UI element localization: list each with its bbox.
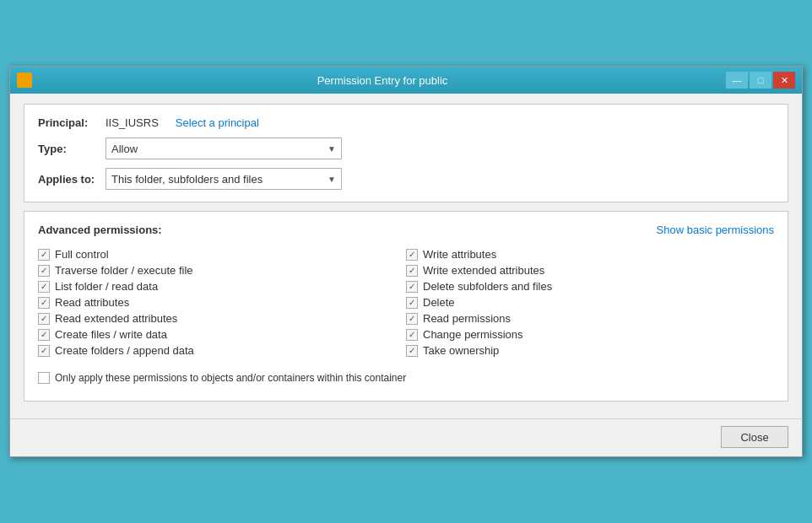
perm-item-read-ext-attrs: Read extended attributes xyxy=(38,310,406,326)
permissions-header: Advanced permissions: Show basic permiss… xyxy=(38,224,774,236)
perm-label-read-ext-attrs: Read extended attributes xyxy=(55,312,177,325)
perm-checkbox-take-ownership[interactable] xyxy=(406,345,418,357)
perm-label-list-folder: List folder / read data xyxy=(55,280,158,293)
perm-checkbox-list-folder[interactable] xyxy=(38,281,50,293)
perm-item-full-control: Full control xyxy=(38,246,406,262)
permissions-section: Advanced permissions: Show basic permiss… xyxy=(24,211,788,402)
perm-checkbox-read-attrs[interactable] xyxy=(38,297,50,309)
applies-to-row: Applies to: This folder, subfolders and … xyxy=(38,168,774,190)
perm-label-change-perms: Change permissions xyxy=(423,328,523,341)
perm-label-full-control: Full control xyxy=(55,248,109,261)
perm-checkbox-traverse[interactable] xyxy=(38,265,50,277)
applies-to-dropdown-arrow: ▼ xyxy=(328,175,336,184)
select-principal-link[interactable]: Select a principal xyxy=(176,116,259,129)
perm-checkbox-read-perms[interactable] xyxy=(406,313,418,325)
perm-checkbox-write-attrs[interactable] xyxy=(406,249,418,261)
perm-label-read-attrs: Read attributes xyxy=(55,296,129,309)
applies-to-label: Applies to: xyxy=(38,173,106,186)
main-window: Permission Entry for public — □ ✕ Princi… xyxy=(9,66,803,457)
app-icon xyxy=(17,73,32,88)
type-row: Type: Allow ▼ xyxy=(38,137,774,159)
perm-item-delete-subfolders: Delete subfolders and files xyxy=(406,278,774,294)
perm-label-delete-subfolders: Delete subfolders and files xyxy=(423,280,552,293)
applies-to-dropdown-value: This folder, subfolders and files xyxy=(111,173,263,186)
principal-row: Principal: IIS_IUSRS Select a principal xyxy=(38,116,774,129)
perm-item-read-perms: Read permissions xyxy=(406,310,774,326)
minimize-button[interactable]: — xyxy=(726,72,748,89)
maximize-button[interactable]: □ xyxy=(750,72,771,89)
perm-checkbox-full-control[interactable] xyxy=(38,249,50,261)
window-body: Principal: IIS_IUSRS Select a principal … xyxy=(10,94,802,418)
perm-checkbox-create-files[interactable] xyxy=(38,329,50,341)
perm-item-create-folders: Create folders / append data xyxy=(38,342,406,359)
perm-item-write-attrs: Write attributes xyxy=(406,246,774,262)
perm-item-write-ext-attrs: Write extended attributes xyxy=(406,262,774,278)
bottom-bar: Close xyxy=(10,418,802,456)
type-dropdown-arrow: ▼ xyxy=(328,144,336,154)
perm-label-create-files: Create files / write data xyxy=(55,328,167,341)
perm-label-write-attrs: Write attributes xyxy=(423,248,496,261)
perm-item-take-ownership: Take ownership xyxy=(406,342,774,359)
perm-checkbox-change-perms[interactable] xyxy=(406,329,418,341)
perm-checkbox-delete-subfolders[interactable] xyxy=(406,281,418,293)
perm-item-list-folder: List folder / read data xyxy=(38,278,406,294)
applies-to-dropdown[interactable]: This folder, subfolders and files ▼ xyxy=(106,168,342,190)
window-title: Permission Entry for public xyxy=(39,74,726,87)
show-basic-link[interactable]: Show basic permissions xyxy=(657,224,774,236)
perm-label-write-ext-attrs: Write extended attributes xyxy=(423,264,544,277)
only-apply-label: Only apply these permissions to objects … xyxy=(55,372,406,384)
principal-value: IIS_IUSRS xyxy=(106,116,159,129)
permissions-grid: Full control Traverse folder / execute f… xyxy=(38,246,774,359)
perm-item-traverse: Traverse folder / execute file xyxy=(38,262,406,278)
only-apply-row: Only apply these permissions to objects … xyxy=(38,372,774,384)
perm-label-traverse: Traverse folder / execute file xyxy=(55,264,193,277)
titlebar: Permission Entry for public — □ ✕ xyxy=(10,67,802,94)
perm-item-create-files: Create files / write data xyxy=(38,326,406,342)
type-dropdown[interactable]: Allow ▼ xyxy=(106,137,342,159)
principal-label: Principal: xyxy=(38,116,106,129)
permissions-title: Advanced permissions: xyxy=(38,224,162,236)
perm-label-read-perms: Read permissions xyxy=(423,312,511,325)
perm-item-delete: Delete xyxy=(406,294,774,310)
top-section: Principal: IIS_IUSRS Select a principal … xyxy=(24,104,788,202)
type-label: Type: xyxy=(38,143,106,155)
permissions-right-column: Write attributes Write extended attribut… xyxy=(406,246,774,359)
window-close-button[interactable]: ✕ xyxy=(773,72,795,89)
perm-checkbox-write-ext-attrs[interactable] xyxy=(406,265,418,277)
only-apply-checkbox[interactable] xyxy=(38,372,50,384)
perm-label-create-folders: Create folders / append data xyxy=(55,344,194,357)
perm-checkbox-read-ext-attrs[interactable] xyxy=(38,313,50,325)
perm-item-change-perms: Change permissions xyxy=(406,326,774,342)
perm-label-delete: Delete xyxy=(423,296,455,309)
close-button[interactable]: Close xyxy=(721,426,788,448)
window-controls: — □ ✕ xyxy=(726,72,795,89)
perm-checkbox-create-folders[interactable] xyxy=(38,345,50,357)
perm-item-read-attrs: Read attributes xyxy=(38,294,406,310)
perm-label-take-ownership: Take ownership xyxy=(423,344,499,357)
perm-checkbox-delete[interactable] xyxy=(406,297,418,309)
type-dropdown-value: Allow xyxy=(111,143,138,155)
permissions-left-column: Full control Traverse folder / execute f… xyxy=(38,246,406,359)
